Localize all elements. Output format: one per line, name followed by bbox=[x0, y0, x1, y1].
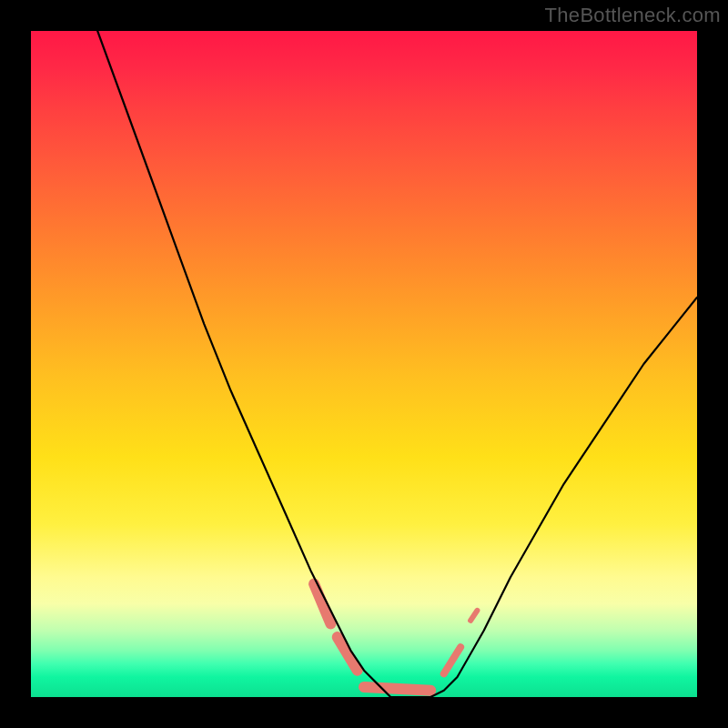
plot-area bbox=[31, 31, 697, 697]
highlight-seg-e bbox=[470, 611, 477, 621]
watermark-text: TheBottleneck.com bbox=[545, 4, 721, 27]
curve-path bbox=[97, 31, 697, 697]
curve-group bbox=[97, 31, 697, 697]
highlight-seg-d bbox=[444, 647, 460, 673]
chart-svg bbox=[31, 31, 697, 697]
highlight-group bbox=[314, 584, 477, 691]
highlight-seg-c bbox=[364, 687, 430, 691]
chart-frame: TheBottleneck.com bbox=[0, 0, 728, 728]
